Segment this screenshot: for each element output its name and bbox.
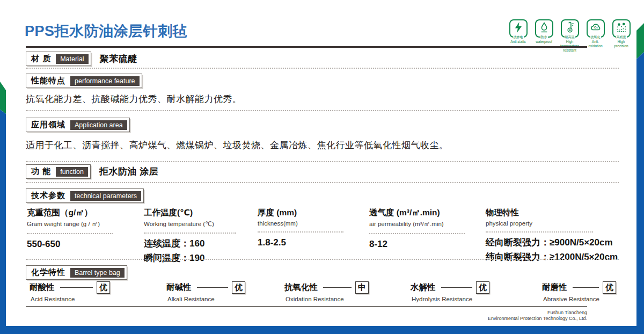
section-function: 功 能 function 拒水防油 涂层 xyxy=(26,164,158,179)
rating-badge: 优 xyxy=(232,281,245,294)
param-cn: 厚度 (mm) xyxy=(258,207,369,219)
chemical-label-chip: 化学特性 Barrel type bag xyxy=(26,265,127,280)
param-cn: 透气度 (m³/㎡.min) xyxy=(369,207,486,219)
chemical-label-en: Barrel type bag xyxy=(70,268,125,278)
function-value: 拒水防油 涂层 xyxy=(99,165,158,178)
param-value: 经向断裂强力：≥900N/5×20cm xyxy=(486,237,625,249)
chem-cn: 耐碱性 xyxy=(166,282,192,293)
param-cn: 物理特性 xyxy=(486,207,625,219)
rating-badge: 优 xyxy=(476,281,489,294)
technical-label-en: technical parameters xyxy=(70,191,141,201)
param-en: air permeability (m³/㎡.min) xyxy=(369,220,486,228)
chem-hydrolysis-resistance: 水解性 优 Hydrolysis Resistance xyxy=(411,281,489,302)
cloud-o2-icon: O₂ xyxy=(589,20,603,37)
param-thickness: 厚度 (mm) thickness(mm) 1.8-2.5 xyxy=(258,207,369,265)
divider xyxy=(258,231,343,233)
connector-line xyxy=(323,287,352,288)
param-cn: 克重范围（g/㎡） xyxy=(27,207,144,219)
divider xyxy=(486,231,593,233)
svg-text:O₂: O₂ xyxy=(594,26,597,29)
material-label-chip: 材 质 Material xyxy=(26,52,91,66)
performance-label-cn: 性能特点 xyxy=(26,76,70,86)
rating-badge: 优 xyxy=(97,281,110,294)
company-name: Fushun Tiancheng Environmental Protectio… xyxy=(488,310,587,322)
param-cn: 工作温度(℃) xyxy=(144,207,258,219)
chemical-properties-row: 耐酸性 优 Acid Resistance 耐碱性 优 Alkali Resis… xyxy=(0,281,644,309)
thermometer-icon xyxy=(563,20,577,37)
badge-cn-label: 耐高温 xyxy=(565,35,575,39)
waterdrop-icon xyxy=(537,20,551,37)
section-performance: 性能特点 performance feature xyxy=(26,74,142,88)
section-technical: 技术参数 technical parameters xyxy=(26,188,144,203)
material-label-cn: 材 质 xyxy=(26,54,56,64)
chem-en: Hydrolysis Resistance xyxy=(411,296,489,302)
badge-cn-label: 抗静电 xyxy=(513,35,524,39)
param-value: 纬向断裂强力：≥1200N/5×20cm xyxy=(486,251,625,264)
divider xyxy=(26,68,619,69)
badge-cn-label: 防水 xyxy=(540,35,548,39)
application-label-cn: 应用领域 xyxy=(26,120,70,130)
chem-alkali-resistance: 耐碱性 优 Alkali Resistance xyxy=(166,281,245,302)
connector-line xyxy=(573,287,599,288)
param-value: 连续温度：160 xyxy=(144,238,258,250)
chem-cn: 耐磨性 xyxy=(542,282,567,293)
param-en: physical property xyxy=(486,220,625,227)
divider xyxy=(26,182,619,183)
product-datasheet-page: PPS拒水防油涂层针刺毡 抗静电 Anti-static 防水 xyxy=(0,0,644,334)
chem-en: Oxidation Resistance xyxy=(284,296,369,302)
badge-cn-label: 高精度 xyxy=(616,35,627,39)
precision-dots-icon xyxy=(614,20,628,37)
section-chemical: 化学特性 Barrel type bag xyxy=(26,265,127,280)
footer-rule xyxy=(26,306,587,307)
chem-en: Alkali Resistance xyxy=(166,296,245,302)
section-material: 材 质 Material 聚苯硫醚 xyxy=(26,52,137,66)
function-label-cn: 功 能 xyxy=(26,166,56,177)
param-air-permeability: 透气度 (m³/㎡.min) air permeability (m³/㎡.mi… xyxy=(369,207,486,265)
chem-abrasive-resistance: 耐磨性 优 Abrasive Resistance xyxy=(542,281,616,302)
performance-text: 抗氧化能力差、抗酸碱能力优秀、耐水解能力优秀。 xyxy=(26,93,242,105)
badge-en-label: High precision xyxy=(611,40,632,48)
param-working-temperature: 工作温度(℃) Working temperature (℃) 连续温度：160… xyxy=(144,207,258,265)
param-en: Gram weight range (g / ㎡) xyxy=(27,220,144,228)
divider xyxy=(26,161,619,162)
company-line1: Fushun Tiancheng xyxy=(488,310,587,316)
rating-badge: 优 xyxy=(603,281,616,294)
technical-label-chip: 技术参数 technical parameters xyxy=(26,188,144,203)
chem-cn: 水解性 xyxy=(411,282,436,293)
param-physical-property: 物理特性 physical property 经向断裂强力：≥900N/5×20… xyxy=(486,207,625,265)
chem-en: Acid Resistance xyxy=(30,296,110,302)
page-title: PPS拒水防油涂层针刺毡 xyxy=(25,21,187,41)
company-line2: Environmental Protection Technology Co.,… xyxy=(488,316,587,322)
chemical-label-cn: 化学特性 xyxy=(26,267,70,278)
performance-label-en: performance feature xyxy=(70,76,140,86)
connector-line xyxy=(60,287,93,288)
header-rule xyxy=(26,46,587,48)
param-en: Working temperature (℃) xyxy=(144,220,258,228)
divider xyxy=(144,233,236,234)
badge-en-label: Anti-static xyxy=(508,40,529,44)
lightning-icon xyxy=(511,20,525,37)
divider xyxy=(26,259,619,260)
badge-en-label: waterproof xyxy=(533,40,554,44)
param-value: 1.8-2.5 xyxy=(258,237,369,249)
divider xyxy=(27,233,113,234)
chem-cn: 耐酸性 xyxy=(30,282,55,293)
divider xyxy=(369,233,465,234)
section-application: 应用领域 Application area xyxy=(26,118,130,132)
badge-high-precision: 高精度 High precision xyxy=(611,19,632,52)
rating-badge: 中 xyxy=(355,281,369,294)
performance-label-chip: 性能特点 performance feature xyxy=(26,74,142,88)
application-label-en: Application area xyxy=(70,120,127,130)
application-label-chip: 应用领域 Application area xyxy=(26,118,130,132)
technical-parameters-grid: 克重范围（g/㎡） Gram weight range (g / ㎡) 550-… xyxy=(27,207,628,265)
badge-anti-oxidation: O₂ 抗氧化 Anti-oxidation xyxy=(585,19,606,52)
chem-acid-resistance: 耐酸性 优 Acid Resistance xyxy=(30,281,110,302)
chem-oxidation-resistance: 抗氧化性 中 Oxidation Resistance xyxy=(284,281,369,302)
function-label-en: function xyxy=(56,167,88,177)
function-label-chip: 功 能 function xyxy=(26,164,91,179)
param-en: thickness(mm) xyxy=(258,220,369,227)
material-value: 聚苯硫醚 xyxy=(100,53,137,65)
param-value: 8-12 xyxy=(369,238,486,251)
application-text: 适用于化工、沥青搅拌、高炉煤气、燃煤锅炉、垃圾焚烧、金属冶炼、焦化行业等低氧化性… xyxy=(26,139,449,151)
param-value: 550-650 xyxy=(27,238,144,251)
